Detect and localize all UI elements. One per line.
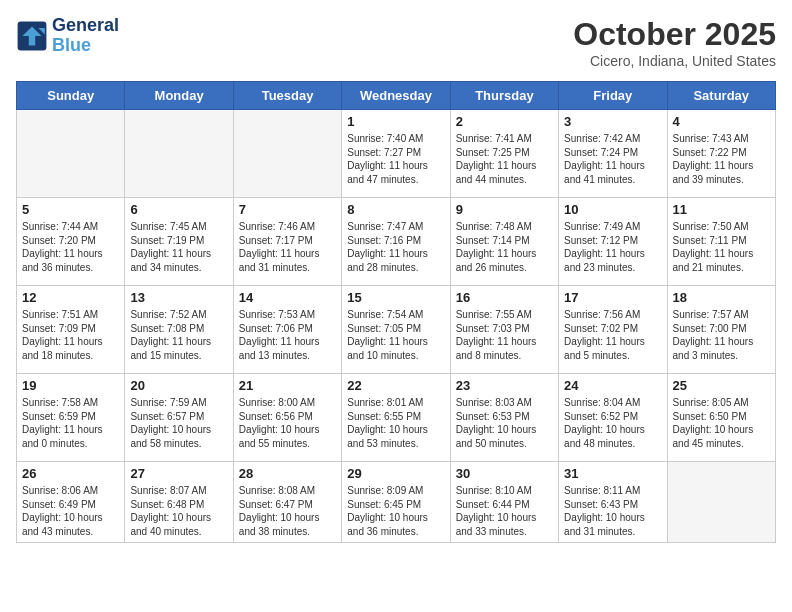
calendar-cell: 19Sunrise: 7:58 AM Sunset: 6:59 PM Dayli… — [17, 374, 125, 462]
calendar-cell: 30Sunrise: 8:10 AM Sunset: 6:44 PM Dayli… — [450, 462, 558, 543]
cell-info: Sunrise: 7:58 AM Sunset: 6:59 PM Dayligh… — [22, 396, 119, 450]
day-number: 2 — [456, 114, 553, 129]
day-number: 27 — [130, 466, 227, 481]
day-number: 17 — [564, 290, 661, 305]
day-number: 18 — [673, 290, 770, 305]
day-number: 7 — [239, 202, 336, 217]
cell-info: Sunrise: 7:50 AM Sunset: 7:11 PM Dayligh… — [673, 220, 770, 274]
cell-info: Sunrise: 7:43 AM Sunset: 7:22 PM Dayligh… — [673, 132, 770, 186]
calendar-cell: 29Sunrise: 8:09 AM Sunset: 6:45 PM Dayli… — [342, 462, 450, 543]
cell-info: Sunrise: 7:44 AM Sunset: 7:20 PM Dayligh… — [22, 220, 119, 274]
calendar-cell: 3Sunrise: 7:42 AM Sunset: 7:24 PM Daylig… — [559, 110, 667, 198]
calendar-cell: 17Sunrise: 7:56 AM Sunset: 7:02 PM Dayli… — [559, 286, 667, 374]
calendar-cell: 23Sunrise: 8:03 AM Sunset: 6:53 PM Dayli… — [450, 374, 558, 462]
day-number: 5 — [22, 202, 119, 217]
cell-info: Sunrise: 8:04 AM Sunset: 6:52 PM Dayligh… — [564, 396, 661, 450]
cell-info: Sunrise: 7:48 AM Sunset: 7:14 PM Dayligh… — [456, 220, 553, 274]
calendar-cell — [233, 110, 341, 198]
day-number: 22 — [347, 378, 444, 393]
calendar-cell: 15Sunrise: 7:54 AM Sunset: 7:05 PM Dayli… — [342, 286, 450, 374]
cell-info: Sunrise: 8:00 AM Sunset: 6:56 PM Dayligh… — [239, 396, 336, 450]
day-number: 28 — [239, 466, 336, 481]
day-number: 15 — [347, 290, 444, 305]
cell-info: Sunrise: 8:11 AM Sunset: 6:43 PM Dayligh… — [564, 484, 661, 538]
calendar-cell — [125, 110, 233, 198]
day-number: 24 — [564, 378, 661, 393]
calendar-cell — [17, 110, 125, 198]
calendar-cell — [667, 462, 775, 543]
cell-info: Sunrise: 8:06 AM Sunset: 6:49 PM Dayligh… — [22, 484, 119, 538]
day-number: 25 — [673, 378, 770, 393]
cell-info: Sunrise: 7:53 AM Sunset: 7:06 PM Dayligh… — [239, 308, 336, 362]
day-number: 23 — [456, 378, 553, 393]
calendar-cell: 21Sunrise: 8:00 AM Sunset: 6:56 PM Dayli… — [233, 374, 341, 462]
calendar-cell: 12Sunrise: 7:51 AM Sunset: 7:09 PM Dayli… — [17, 286, 125, 374]
calendar-cell: 28Sunrise: 8:08 AM Sunset: 6:47 PM Dayli… — [233, 462, 341, 543]
calendar-cell: 4Sunrise: 7:43 AM Sunset: 7:22 PM Daylig… — [667, 110, 775, 198]
cell-info: Sunrise: 8:05 AM Sunset: 6:50 PM Dayligh… — [673, 396, 770, 450]
calendar-cell: 14Sunrise: 7:53 AM Sunset: 7:06 PM Dayli… — [233, 286, 341, 374]
cell-info: Sunrise: 7:54 AM Sunset: 7:05 PM Dayligh… — [347, 308, 444, 362]
calendar-cell: 24Sunrise: 8:04 AM Sunset: 6:52 PM Dayli… — [559, 374, 667, 462]
day-number: 16 — [456, 290, 553, 305]
calendar-cell: 13Sunrise: 7:52 AM Sunset: 7:08 PM Dayli… — [125, 286, 233, 374]
calendar-cell: 6Sunrise: 7:45 AM Sunset: 7:19 PM Daylig… — [125, 198, 233, 286]
weekday-header-sunday: Sunday — [17, 82, 125, 110]
calendar-cell: 1Sunrise: 7:40 AM Sunset: 7:27 PM Daylig… — [342, 110, 450, 198]
cell-info: Sunrise: 8:03 AM Sunset: 6:53 PM Dayligh… — [456, 396, 553, 450]
calendar-week-row: 12Sunrise: 7:51 AM Sunset: 7:09 PM Dayli… — [17, 286, 776, 374]
weekday-header-monday: Monday — [125, 82, 233, 110]
weekday-header-row: SundayMondayTuesdayWednesdayThursdayFrid… — [17, 82, 776, 110]
cell-info: Sunrise: 8:07 AM Sunset: 6:48 PM Dayligh… — [130, 484, 227, 538]
day-number: 31 — [564, 466, 661, 481]
day-number: 21 — [239, 378, 336, 393]
cell-info: Sunrise: 7:49 AM Sunset: 7:12 PM Dayligh… — [564, 220, 661, 274]
calendar-cell: 27Sunrise: 8:07 AM Sunset: 6:48 PM Dayli… — [125, 462, 233, 543]
calendar-week-row: 26Sunrise: 8:06 AM Sunset: 6:49 PM Dayli… — [17, 462, 776, 543]
calendar-cell: 5Sunrise: 7:44 AM Sunset: 7:20 PM Daylig… — [17, 198, 125, 286]
cell-info: Sunrise: 8:08 AM Sunset: 6:47 PM Dayligh… — [239, 484, 336, 538]
cell-info: Sunrise: 7:47 AM Sunset: 7:16 PM Dayligh… — [347, 220, 444, 274]
cell-info: Sunrise: 8:01 AM Sunset: 6:55 PM Dayligh… — [347, 396, 444, 450]
calendar-cell: 11Sunrise: 7:50 AM Sunset: 7:11 PM Dayli… — [667, 198, 775, 286]
month-title: October 2025 — [573, 16, 776, 53]
cell-info: Sunrise: 7:51 AM Sunset: 7:09 PM Dayligh… — [22, 308, 119, 362]
logo-text-line1: General — [52, 16, 119, 36]
calendar-cell: 10Sunrise: 7:49 AM Sunset: 7:12 PM Dayli… — [559, 198, 667, 286]
day-number: 1 — [347, 114, 444, 129]
day-number: 10 — [564, 202, 661, 217]
day-number: 19 — [22, 378, 119, 393]
cell-info: Sunrise: 7:41 AM Sunset: 7:25 PM Dayligh… — [456, 132, 553, 186]
day-number: 13 — [130, 290, 227, 305]
calendar-cell: 31Sunrise: 8:11 AM Sunset: 6:43 PM Dayli… — [559, 462, 667, 543]
calendar-week-row: 1Sunrise: 7:40 AM Sunset: 7:27 PM Daylig… — [17, 110, 776, 198]
day-number: 29 — [347, 466, 444, 481]
weekday-header-tuesday: Tuesday — [233, 82, 341, 110]
day-number: 9 — [456, 202, 553, 217]
cell-info: Sunrise: 7:56 AM Sunset: 7:02 PM Dayligh… — [564, 308, 661, 362]
day-number: 26 — [22, 466, 119, 481]
calendar-cell: 16Sunrise: 7:55 AM Sunset: 7:03 PM Dayli… — [450, 286, 558, 374]
logo-text-line2: Blue — [52, 36, 119, 56]
weekday-header-saturday: Saturday — [667, 82, 775, 110]
logo: General Blue — [16, 16, 119, 56]
logo-icon — [16, 20, 48, 52]
calendar-week-row: 5Sunrise: 7:44 AM Sunset: 7:20 PM Daylig… — [17, 198, 776, 286]
weekday-header-friday: Friday — [559, 82, 667, 110]
cell-info: Sunrise: 7:42 AM Sunset: 7:24 PM Dayligh… — [564, 132, 661, 186]
calendar-table: SundayMondayTuesdayWednesdayThursdayFrid… — [16, 81, 776, 543]
calendar-cell: 20Sunrise: 7:59 AM Sunset: 6:57 PM Dayli… — [125, 374, 233, 462]
day-number: 3 — [564, 114, 661, 129]
calendar-cell: 18Sunrise: 7:57 AM Sunset: 7:00 PM Dayli… — [667, 286, 775, 374]
day-number: 20 — [130, 378, 227, 393]
day-number: 6 — [130, 202, 227, 217]
title-block: October 2025 Cicero, Indiana, United Sta… — [573, 16, 776, 69]
cell-info: Sunrise: 8:09 AM Sunset: 6:45 PM Dayligh… — [347, 484, 444, 538]
day-number: 8 — [347, 202, 444, 217]
calendar-week-row: 19Sunrise: 7:58 AM Sunset: 6:59 PM Dayli… — [17, 374, 776, 462]
calendar-cell: 2Sunrise: 7:41 AM Sunset: 7:25 PM Daylig… — [450, 110, 558, 198]
day-number: 4 — [673, 114, 770, 129]
weekday-header-thursday: Thursday — [450, 82, 558, 110]
cell-info: Sunrise: 7:45 AM Sunset: 7:19 PM Dayligh… — [130, 220, 227, 274]
day-number: 14 — [239, 290, 336, 305]
